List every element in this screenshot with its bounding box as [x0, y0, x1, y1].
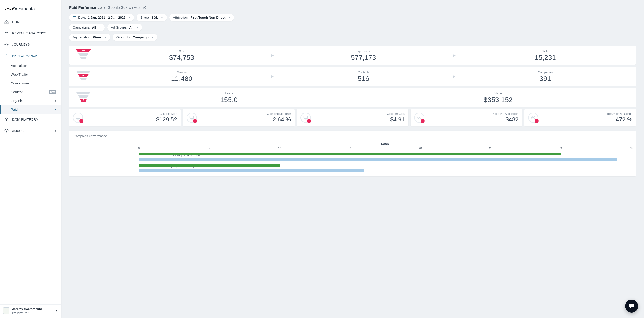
filter-value: All: [129, 25, 134, 29]
axis-tick: 5: [208, 147, 210, 150]
filter-label: Date:: [78, 16, 86, 19]
filter-adgroups[interactable]: Ad Groups: All ▼: [108, 24, 142, 31]
analytics-icon: [4, 31, 9, 36]
bar-blue: [139, 169, 364, 172]
nav-journeys[interactable]: JOURNEYS: [0, 39, 61, 50]
monitor-dollar-icon: [300, 112, 311, 123]
filter-value: 1 Jan, 2021 - 2 Jan, 2022: [88, 16, 126, 19]
chart-title: Leads: [139, 142, 632, 145]
chevron-down-icon: ▼: [99, 26, 101, 29]
nav-data-platform[interactable]: DATA PLATFORM: [0, 114, 61, 125]
metric-label: Impressions: [277, 49, 450, 53]
metric-contacts: Contacts 516: [277, 70, 450, 82]
nav-content[interactable]: Content Beta: [0, 88, 61, 96]
metric-label: Visitors: [95, 70, 268, 74]
kpi-roas: Return on Ad Spend 472 %: [524, 109, 636, 126]
chevron-down-icon: ▼: [128, 16, 130, 19]
metric-leads: Leads 155.0: [95, 92, 363, 103]
caret-right-icon: ▶: [56, 310, 58, 312]
main-content: Paid Performance › Google Search Ads Dat…: [61, 0, 644, 318]
breadcrumb-root[interactable]: Paid Performance: [69, 5, 102, 10]
chevron-down-icon: ▼: [104, 36, 106, 39]
chart-row: ROW | Search | Brand: [139, 152, 632, 163]
filter-label: Group By:: [116, 35, 131, 39]
axis-tick: 10: [278, 147, 281, 150]
filter-date[interactable]: Date: 1 Jan, 2021 - 2 Jan, 2022 ▼: [69, 14, 134, 21]
metric-value: 15,231: [459, 54, 632, 61]
filter-bar-3: Aggregation: Week ▼ Group By: Campaign ▼: [69, 34, 636, 41]
campaign-performance-card: Campaign Performance Leads 0510152025303…: [69, 131, 636, 176]
kpi-label: Return on Ad Spend: [541, 112, 632, 116]
chart-area: 05101520253035 ROW | Search | BrandROW |…: [74, 147, 632, 174]
funnel-cards: Cost $74,753 ▶ Impressions 577,173 ▶ Cli…: [69, 46, 636, 176]
svg-point-1: [7, 8, 8, 9]
filter-label: Attribution:: [173, 16, 188, 19]
filter-label: Campaigns:: [73, 25, 90, 29]
filter-bar-2: Campaigns: All ▼ Ad Groups: All ▼: [69, 24, 636, 31]
filter-value: Campaign: [133, 35, 148, 39]
chevron-down-icon: ▼: [161, 16, 163, 19]
caret-right-icon: ▶: [54, 99, 56, 102]
nav-sub-label: Conversions: [11, 81, 30, 85]
svg-text:$: $: [83, 99, 84, 101]
nav-performance[interactable]: PERFORMANCE: [0, 50, 61, 61]
svg-rect-23: [76, 116, 80, 119]
monitor-dollar-icon: [73, 112, 83, 123]
filter-label: Stage:: [140, 16, 150, 19]
monitor-percent-icon: [186, 112, 197, 123]
nav-label: HOME: [12, 20, 22, 24]
chart-row: ROW | Search | High Priority Keywords: [139, 163, 632, 174]
nav-support[interactable]: Support ▶: [0, 125, 61, 136]
metric-label: Companies: [459, 70, 632, 74]
filter-value: All: [92, 25, 96, 29]
arrow-right-icon: ▶: [452, 53, 457, 57]
metric-value: 11,480: [95, 75, 268, 82]
brand-logo[interactable]: Dreamdata: [0, 0, 61, 16]
metric-label: Contacts: [277, 70, 450, 74]
metric-value: 391: [459, 75, 632, 82]
filter-campaigns[interactable]: Campaigns: All ▼: [69, 24, 105, 31]
axis-tick: 0: [138, 147, 140, 150]
nav-conversions[interactable]: Conversions: [0, 79, 61, 88]
funnel-row-leads: $ Leads 155.0 Value $353,152: [69, 88, 636, 107]
kpi-cpc: Cost Per Click $4.91: [297, 109, 408, 126]
journeys-icon: [4, 42, 9, 47]
external-link-icon[interactable]: [143, 6, 146, 9]
help-icon: [4, 128, 9, 133]
kpi-value: $129.52: [86, 116, 177, 123]
chart-bars: ROW | Search | BrandROW | Search | High …: [139, 152, 632, 174]
nav-home[interactable]: HOME: [0, 16, 61, 28]
metric-value: 516: [277, 75, 450, 82]
metric-value: $74,753: [95, 54, 268, 61]
metric-companies: Companies 391: [459, 70, 632, 82]
nav-label: Support: [12, 129, 24, 132]
nav-revenue-analytics[interactable]: REVENUE ANALYTICS: [0, 28, 61, 39]
filter-attribution[interactable]: Attribution: First Touch Non-Direct ▼: [170, 14, 234, 21]
svg-marker-20: [78, 95, 88, 98]
chart-x-axis: 05101520253035: [139, 147, 632, 151]
caret-right-icon: ▶: [54, 108, 56, 111]
nav-acquisition[interactable]: Acquisition: [0, 61, 61, 70]
nav-label: JOURNEYS: [12, 43, 30, 46]
chevron-down-icon: ▼: [151, 36, 154, 39]
metric-impressions: Impressions 577,173: [277, 49, 450, 61]
svg-marker-19: [76, 92, 91, 94]
metric-clicks: Clicks 15,231: [459, 49, 632, 61]
nav-web-traffic[interactable]: Web Traffic: [0, 70, 61, 79]
nav-organic[interactable]: Organic ▶: [0, 96, 61, 105]
nav-paid[interactable]: Paid ▶: [0, 105, 61, 114]
filter-groupby[interactable]: Group By: Campaign ▼: [113, 34, 157, 41]
kpi-row: Cost Per Mille $129.52 Click Through Rat…: [69, 109, 636, 126]
nav-sub-label: Acquisition: [11, 64, 27, 68]
svg-rect-10: [73, 16, 76, 17]
chat-button[interactable]: [625, 300, 638, 313]
metric-label: Leads: [95, 92, 363, 95]
axis-tick: 30: [560, 147, 562, 150]
svg-rect-24: [190, 116, 194, 119]
user-menu[interactable]: Jeremy Sacramento piedpiper.com ▶: [0, 304, 61, 318]
kpi-value: 472 %: [541, 116, 632, 123]
filter-stage[interactable]: Stage: SQL ▼: [136, 14, 167, 21]
funnel-icon: [73, 70, 94, 83]
axis-tick: 15: [348, 147, 352, 150]
filter-aggregation[interactable]: Aggregation: Week ▼: [69, 34, 110, 41]
